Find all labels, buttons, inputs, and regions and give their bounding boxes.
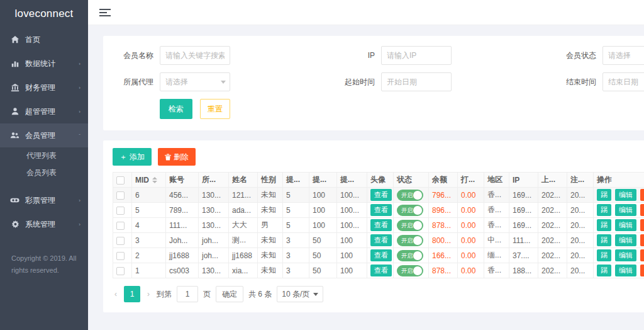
member-status-select-value[interactable] (602, 46, 644, 65)
edit-button[interactable]: 编辑 (615, 265, 636, 276)
kick-button[interactable]: 踢 (597, 249, 611, 261)
goto-page-input[interactable] (177, 286, 198, 302)
row-checkbox[interactable] (116, 252, 125, 260)
kick-button[interactable]: 踢 (597, 265, 611, 276)
delete-button[interactable]: 删除 (640, 265, 644, 276)
view-avatar-button[interactable]: 查看 (370, 219, 392, 231)
view-avatar-button[interactable]: 查看 (370, 204, 392, 216)
agent-select-value[interactable] (160, 72, 230, 91)
per-page-select[interactable]: 10 条/页 (277, 286, 323, 302)
chevron-down-icon: ˇ (79, 133, 80, 139)
kick-button[interactable]: 踢 (597, 204, 611, 216)
status-toggle[interactable]: 开启 (397, 190, 423, 201)
member-status-select[interactable] (602, 46, 644, 65)
row-checkbox[interactable] (116, 237, 125, 245)
row-checkbox[interactable] (116, 207, 125, 215)
column-header-mid[interactable]: MID (132, 173, 166, 188)
cell-agent: 130... (199, 263, 229, 278)
edit-button[interactable]: 编辑 (615, 189, 636, 201)
cell-w2: 100 (309, 203, 337, 218)
cell-last-login: 202... (538, 218, 567, 233)
kick-button[interactable]: 踢 (597, 234, 611, 246)
view-avatar-button[interactable]: 查看 (370, 249, 392, 261)
ip-input[interactable] (381, 46, 452, 65)
cell-account: jj1688 (166, 248, 199, 263)
batch-delete-button[interactable]: 删除 (158, 148, 196, 166)
view-avatar-button[interactable]: 查看 (370, 189, 392, 201)
goto-confirm-button[interactable]: 确定 (216, 286, 243, 302)
column-header-balance: 余额 (429, 173, 458, 188)
hamburger-menu-icon[interactable] (99, 7, 111, 18)
table-row: 6456...130...121...未知5100100...查看开启796..… (113, 188, 644, 203)
status-toggle[interactable]: 开启 (397, 205, 423, 216)
sidebar-item-system[interactable]: 系统管理 › (0, 212, 88, 236)
agent-select[interactable] (160, 72, 230, 91)
edit-button[interactable]: 编辑 (615, 219, 636, 231)
delete-button[interactable]: 删除 (640, 189, 644, 201)
column-header-last-login: 上... (538, 173, 567, 188)
sidebar-item-lottery[interactable]: 彩票管理 › (0, 188, 88, 212)
delete-button[interactable]: 删除 (640, 234, 644, 246)
sidebar-item-members[interactable]: 会员管理 ˇ (0, 123, 88, 147)
topbar: admin 【超级管理员】 ▾ (88, 0, 644, 25)
end-date-input[interactable] (602, 72, 644, 91)
start-time-label: 起始时间 (337, 77, 375, 88)
reset-button[interactable]: 重置 (200, 99, 230, 119)
table-header-row: MID账号所...姓名性别提...提...提...头像状态余额打...地区IP上… (113, 173, 644, 188)
delete-button[interactable]: 删除 (640, 204, 644, 216)
sidebar-item-home[interactable]: 首页 (0, 28, 88, 52)
sidebar-item-finance[interactable]: 财务管理 › (0, 76, 88, 100)
sidebar-item-superadmin[interactable]: 超管管理 › (0, 100, 88, 123)
delete-button[interactable]: 删除 (640, 219, 644, 231)
current-page[interactable]: 1 (124, 286, 140, 302)
add-button[interactable]: ＋添加 (113, 148, 152, 166)
sidebar-subitem-member-list[interactable]: 会员列表 (0, 164, 88, 181)
cell-ip: 111... (509, 233, 538, 248)
table-row: 2jj1688joh...jj1688未知350100查看开启166...0.0… (113, 248, 644, 263)
cell-name: ada... (229, 203, 258, 218)
edit-button[interactable]: 编辑 (615, 204, 636, 216)
row-checkbox[interactable] (116, 222, 125, 230)
goto-prefix: 到第 (157, 289, 172, 300)
view-avatar-button[interactable]: 查看 (370, 265, 392, 276)
row-checkbox[interactable] (116, 191, 125, 200)
column-header-account: 账号 (166, 173, 199, 188)
next-page-icon[interactable]: › (145, 290, 152, 299)
status-toggle[interactable]: 开启 (397, 250, 423, 261)
cell-w1: 3 (283, 233, 309, 248)
edit-button[interactable]: 编辑 (615, 249, 636, 261)
sort-icon[interactable] (152, 177, 157, 183)
kick-button[interactable]: 踢 (597, 189, 611, 201)
cell-ip: 169... (509, 188, 538, 203)
table-row: 5789...130...ada...未知5100100...查看开启896..… (113, 203, 644, 218)
kick-button[interactable]: 踢 (597, 219, 611, 231)
cell-region: 香... (484, 218, 509, 233)
delete-button[interactable]: 删除 (640, 249, 644, 261)
status-toggle[interactable]: 开启 (397, 265, 423, 276)
cell-name: 测... (229, 233, 258, 248)
sidebar-item-statistics[interactable]: 数据统计 › (0, 52, 88, 76)
start-date-input[interactable] (381, 72, 452, 91)
prev-page-icon[interactable]: ‹ (113, 290, 119, 299)
cell-account: 111... (166, 218, 199, 233)
select-all-checkbox[interactable] (116, 176, 125, 185)
cell-bet: 0.00 (458, 248, 484, 263)
cell-name: xia... (229, 263, 258, 278)
search-button[interactable]: 检索 (160, 99, 192, 119)
status-toggle[interactable]: 开启 (397, 220, 423, 231)
member-name-input[interactable] (160, 46, 230, 65)
cell-w3: 100 (337, 248, 367, 263)
goto-suffix: 页 (203, 289, 211, 300)
row-checkbox[interactable] (116, 267, 125, 275)
column-header-w1: 提... (283, 173, 309, 188)
view-avatar-button[interactable]: 查看 (370, 234, 392, 246)
cell-ip: 169... (509, 218, 538, 233)
lottery-icon (10, 196, 19, 205)
edit-button[interactable]: 编辑 (615, 234, 636, 246)
home-icon (10, 35, 19, 45)
cell-region: 缅... (484, 248, 509, 263)
sidebar-subitem-agent-list[interactable]: 代理列表 (0, 147, 88, 164)
table-row: 3Joh...joh...测...未知350100查看开启800...0.00中… (113, 233, 644, 248)
cell-w3: 100 (337, 233, 367, 248)
status-toggle[interactable]: 开启 (397, 235, 423, 246)
